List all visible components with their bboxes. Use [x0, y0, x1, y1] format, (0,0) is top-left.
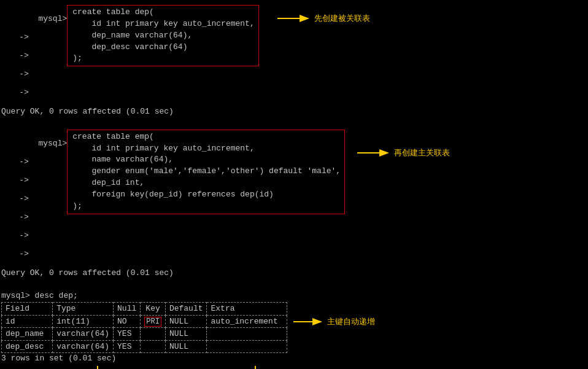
col-default-dep: Default [165, 303, 207, 316]
create-dep-code: create table dep( id int primary key aut… [67, 5, 258, 66]
null-depname: YES [114, 328, 141, 341]
default-id-dep: NULL [165, 315, 207, 328]
prompt-2: mysql> [38, 139, 67, 148]
annotation-auto-increment: 主键自动递增 [327, 316, 375, 327]
extra-depdesc [207, 340, 287, 353]
desc-dep-section: mysql> desc dep; Field Type Null Key Def… [0, 290, 588, 369]
terminal: mysql> -> -> -> -> create table dep( id … [0, 0, 588, 369]
key-depdesc [141, 340, 166, 353]
arrow-down-2 [249, 366, 261, 369]
type-depdesc: varchar(64) [53, 340, 114, 353]
field-id-dep: id [2, 315, 53, 328]
create-emp-section: mysql> -> -> -> -> -> -> create table em… [0, 130, 588, 279]
null-depdesc: YES [114, 340, 141, 353]
default-depdesc: NULL [165, 340, 207, 353]
field-depname: dep_name [2, 328, 53, 341]
arrow-right-2 [357, 147, 394, 159]
create-dep-section: mysql> -> -> -> -> create table dep( id … [0, 2, 588, 118]
result-create-dep: Query OK, 0 rows affected (0.01 sec) [0, 106, 588, 118]
default-depname: NULL [165, 328, 207, 341]
col-type-dep: Type [53, 303, 114, 316]
create-emp-code: create table emp( id int primary key aut… [67, 130, 345, 214]
dep-table: Field Type Null Key Default Extra id [1, 302, 287, 353]
table-row: dep_name varchar(64) YES NULL [2, 328, 287, 341]
table-row: id int(11) NO PRI NULL auto_increment [2, 315, 287, 328]
col-extra-dep: Extra [207, 303, 287, 316]
prompt-3: mysql> [1, 291, 35, 300]
extra-depname [207, 328, 287, 341]
result-create-emp: Query OK, 0 rows affected (0.01 sec) [0, 268, 588, 279]
annotation-create-emp: 再创建主关联表 [394, 147, 450, 158]
type-id-dep: int(11) [53, 315, 114, 328]
field-depdesc: dep_desc [2, 340, 53, 353]
key-id-dep: PRI [141, 315, 166, 328]
table-row: dep_desc varchar(64) YES NULL [2, 340, 287, 353]
arrow-right-3 [293, 316, 327, 328]
prompt-1: mysql> [38, 14, 67, 23]
key-depname [141, 328, 166, 341]
desc-dep-cmd: desc dep; [35, 291, 78, 300]
result-desc-dep: 3 rows in set (0.01 sec) [0, 353, 588, 365]
col-field-dep: Field [2, 303, 53, 316]
extra-id-dep: auto_increment [207, 315, 287, 328]
null-id-dep: NO [114, 315, 141, 328]
pri-badge-dep: PRI [144, 317, 161, 327]
arrow-down-1 [91, 366, 104, 369]
annotation-create-dep: 先创建被关联表 [314, 13, 370, 24]
type-depname: varchar(64) [53, 328, 114, 341]
col-null-dep: Null [114, 303, 141, 316]
col-key-dep: Key [141, 303, 166, 316]
arrow-right-1 [277, 12, 314, 25]
